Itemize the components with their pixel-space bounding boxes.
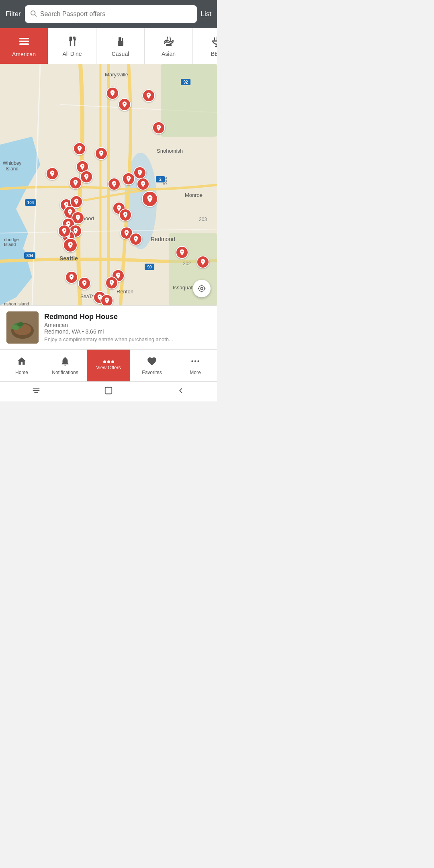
map-pin[interactable] bbox=[46, 167, 59, 180]
category-casual[interactable]: Casual bbox=[96, 28, 145, 64]
svg-text:Redmond: Redmond bbox=[151, 236, 175, 242]
category-american[interactable]: American bbox=[0, 28, 48, 64]
category-asian[interactable]: Asian bbox=[145, 28, 193, 64]
restaurant-description: Enjoy a complimentary entrée when purcha… bbox=[44, 336, 181, 342]
more-icon bbox=[190, 356, 201, 368]
system-menu-button[interactable] bbox=[24, 383, 49, 400]
home-icon bbox=[16, 356, 27, 368]
svg-text:304: 304 bbox=[27, 254, 33, 258]
nav-view-offers[interactable]: View Offers bbox=[87, 350, 130, 381]
nav-view-offers-label: View Offers bbox=[96, 365, 121, 371]
map-pin[interactable] bbox=[100, 294, 113, 305]
map-pin[interactable] bbox=[119, 209, 132, 221]
system-bar bbox=[0, 381, 217, 401]
map-pin[interactable] bbox=[63, 238, 78, 252]
nav-favorites[interactable]: Favorites bbox=[130, 350, 174, 381]
map-pin[interactable] bbox=[65, 271, 78, 284]
restaurant-name: Redmond Hop House bbox=[44, 313, 211, 321]
map-pin[interactable] bbox=[118, 98, 131, 111]
category-casual-label: Casual bbox=[112, 51, 129, 57]
map-pin[interactable] bbox=[106, 87, 119, 100]
map-pin[interactable] bbox=[95, 147, 108, 160]
svg-point-74 bbox=[191, 360, 193, 362]
nav-home[interactable]: Home bbox=[0, 350, 43, 381]
restaurant-type: American bbox=[44, 322, 211, 328]
svg-rect-2 bbox=[19, 38, 29, 39]
svg-rect-33 bbox=[161, 64, 217, 137]
svg-text:Marysville: Marysville bbox=[105, 72, 128, 78]
system-back-button[interactable] bbox=[168, 383, 193, 400]
restaurant-card[interactable]: Redmond Hop House American Redmond, WA •… bbox=[0, 305, 217, 349]
restaurant-info: Redmond Hop House American Redmond, WA •… bbox=[44, 313, 211, 342]
svg-text:Island: Island bbox=[6, 166, 18, 172]
map-view[interactable]: 522 203 202 2 90 304 104 92 Marysville W… bbox=[0, 64, 217, 305]
map-pin[interactable] bbox=[133, 166, 146, 179]
grill-icon bbox=[211, 35, 217, 49]
list-button[interactable]: List bbox=[201, 10, 211, 18]
svg-text:Island: Island bbox=[4, 242, 16, 247]
app-header: Filter List bbox=[0, 0, 217, 28]
nav-notifications[interactable]: Notifications bbox=[43, 350, 87, 381]
map-pin[interactable] bbox=[122, 172, 135, 185]
nav-favorites-label: Favorites bbox=[142, 370, 162, 375]
bell-icon bbox=[60, 356, 70, 368]
map-pin[interactable] bbox=[80, 170, 93, 183]
fork-knife-icon bbox=[66, 35, 78, 49]
map-pin[interactable] bbox=[105, 276, 118, 289]
svg-line-16 bbox=[170, 37, 171, 41]
bottom-navigation: Home Notifications View Offers Favorites bbox=[0, 349, 217, 381]
search-bar bbox=[25, 5, 197, 23]
svg-text:104: 104 bbox=[27, 201, 34, 205]
svg-rect-34 bbox=[169, 233, 217, 305]
search-input[interactable] bbox=[40, 10, 192, 18]
filter-button[interactable]: Filter bbox=[6, 10, 21, 18]
svg-line-1 bbox=[35, 14, 36, 16]
map-pin[interactable] bbox=[73, 142, 86, 155]
map-pin[interactable] bbox=[197, 256, 209, 268]
svg-text:90: 90 bbox=[147, 265, 152, 269]
svg-rect-4 bbox=[19, 43, 29, 45]
svg-text:Seattle: Seattle bbox=[59, 255, 78, 262]
category-bbq[interactable]: BBQ bbox=[193, 28, 217, 64]
map-pin[interactable] bbox=[129, 233, 142, 246]
my-location-button[interactable] bbox=[193, 280, 211, 297]
svg-text:nbridge: nbridge bbox=[4, 237, 19, 242]
system-home-button[interactable] bbox=[96, 383, 121, 400]
map-pin[interactable] bbox=[152, 121, 165, 134]
map-pin[interactable] bbox=[108, 178, 121, 190]
map-pin[interactable] bbox=[137, 178, 149, 190]
nav-more[interactable]: More bbox=[174, 350, 217, 381]
map-pin-selected[interactable] bbox=[142, 191, 158, 207]
map-pin[interactable] bbox=[142, 89, 155, 102]
fries-icon bbox=[115, 35, 127, 49]
burger-icon bbox=[18, 35, 31, 49]
nav-home-label: Home bbox=[15, 370, 28, 375]
map-pin[interactable] bbox=[176, 246, 188, 259]
search-icon bbox=[30, 10, 37, 19]
svg-text:92: 92 bbox=[183, 80, 188, 84]
category-american-label: American bbox=[12, 51, 36, 57]
svg-text:Whidbey: Whidbey bbox=[3, 160, 22, 166]
svg-text:202: 202 bbox=[183, 261, 191, 266]
svg-rect-11 bbox=[119, 37, 120, 42]
restaurant-image bbox=[6, 311, 39, 344]
svg-text:203: 203 bbox=[199, 217, 207, 222]
svg-text:2: 2 bbox=[159, 177, 162, 182]
category-bbq-label: BBQ bbox=[211, 51, 217, 57]
map-pin[interactable] bbox=[78, 277, 91, 290]
category-all-dine[interactable]: All Dine bbox=[48, 28, 96, 64]
map-pin[interactable] bbox=[58, 225, 71, 237]
svg-point-76 bbox=[197, 360, 199, 362]
svg-rect-80 bbox=[105, 387, 112, 394]
svg-text:Renton: Renton bbox=[117, 289, 133, 295]
view-offers-icon bbox=[103, 360, 114, 363]
svg-rect-14 bbox=[166, 44, 172, 46]
svg-point-75 bbox=[194, 360, 196, 362]
heart-icon bbox=[147, 356, 157, 368]
category-asian-label: Asian bbox=[162, 51, 176, 57]
svg-rect-13 bbox=[122, 38, 123, 42]
category-tabs: American All Dine Casual bbox=[0, 28, 217, 64]
nav-more-label: More bbox=[190, 370, 201, 375]
nav-notifications-label: Notifications bbox=[52, 370, 78, 375]
svg-text:Monroe: Monroe bbox=[185, 192, 203, 198]
